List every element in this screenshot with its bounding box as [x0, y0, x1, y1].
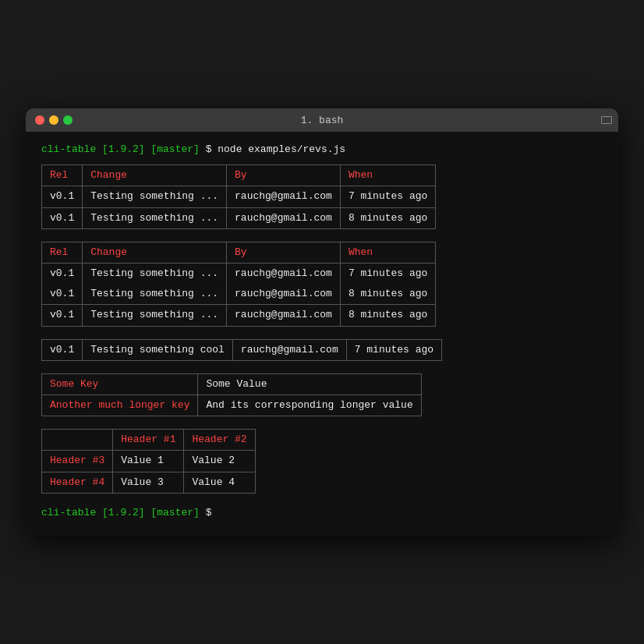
col-header-change: Change — [83, 242, 227, 263]
prompt-version: [1.9.2] — [102, 143, 150, 155]
table4-section: Some Key Some Value Another much longer … — [41, 373, 603, 416]
prompt-line-2: cli-table [1.9.2] [master] $ — [41, 506, 603, 520]
prompt-branch: [master] — [150, 143, 199, 155]
cell-change: Testing something ... — [83, 186, 227, 207]
cell-rel: v0.1 — [42, 305, 83, 326]
window-resize-button[interactable] — [601, 116, 612, 124]
table-row: Header #3 Value 1 Value 2 — [42, 451, 256, 472]
table3-section: v0.1 Testing something cool rauchg@gmail… — [41, 339, 603, 361]
cell-change: Testing something ... — [83, 207, 227, 228]
col-header-when: When — [340, 165, 435, 186]
minimize-button[interactable] — [49, 115, 58, 125]
row-header-3: Header #3 — [42, 451, 113, 472]
prompt-dollar-2: $ — [200, 507, 212, 518]
table5: Header #1 Header #2 Header #3 Value 1 Va… — [41, 429, 256, 494]
terminal-window: 1. bash cli-table [1.9.2] [master] $ nod… — [26, 108, 618, 536]
cell-rel: v0.1 — [42, 339, 83, 360]
table5-section: Header #1 Header #2 Header #3 Value 1 Va… — [41, 429, 603, 494]
key-cell: Some Key — [42, 373, 198, 395]
cell-change: Testing something ... — [83, 284, 227, 305]
col-header-rel: Rel — [42, 165, 83, 186]
table-row: Rel Change By When — [42, 165, 436, 186]
cell-when: 8 minutes ago — [340, 207, 435, 228]
cell-by: rauchg@gmail.com — [227, 305, 341, 326]
cell-change: Testing something ... — [83, 305, 227, 326]
cell-when: 8 minutes ago — [340, 305, 435, 326]
table-row: Rel Change By When — [42, 242, 436, 263]
prompt-line-1: cli-table [1.9.2] [master] $ node exampl… — [41, 143, 603, 157]
table-row: v0.1 Testing something ... rauchg@gmail.… — [42, 264, 436, 285]
table-row: Header #1 Header #2 — [42, 430, 256, 451]
cell-value2: Value 2 — [184, 451, 255, 472]
table-row: v0.1 Testing something ... rauchg@gmail.… — [42, 207, 436, 228]
col-header-change: Change — [83, 165, 227, 186]
cell-when: 7 minutes ago — [340, 186, 435, 207]
col-header-by: By — [227, 242, 341, 263]
table4: Some Key Some Value Another much longer … — [41, 373, 422, 416]
prompt-prefix: cli-table — [41, 143, 102, 155]
cell-change: Testing something ... — [83, 264, 227, 285]
table-row: v0.1 Testing something ... rauchg@gmail.… — [42, 305, 436, 326]
col-header-rel: Rel — [42, 242, 83, 263]
table-row: Some Key Some Value — [42, 373, 422, 395]
cell-rel: v0.1 — [42, 186, 83, 207]
key-cell: Another much longer key — [42, 395, 198, 416]
table1-section: Rel Change By When v0.1 Testing somethin… — [41, 165, 603, 229]
cell-value1: Value 1 — [113, 451, 184, 472]
row-header-4: Header #4 — [42, 472, 113, 493]
table3: v0.1 Testing something cool rauchg@gmail… — [41, 339, 442, 361]
table2-section: Rel Change By When v0.1 Testing somethin… — [41, 242, 603, 327]
table2: Rel Change By When v0.1 Testing somethin… — [41, 242, 436, 327]
prompt-dollar: $ node examples/revs.js — [200, 143, 345, 155]
table-row: v0.1 Testing something ... rauchg@gmail.… — [42, 284, 436, 305]
traffic-lights — [35, 115, 73, 125]
close-button[interactable] — [35, 115, 44, 125]
prompt-version-2: [1.9.2] — [102, 507, 150, 518]
col-header-1: Header #1 — [113, 430, 184, 451]
cell-rel: v0.1 — [42, 284, 83, 305]
cell-by: rauchg@gmail.com — [232, 339, 346, 360]
cell-when: 7 minutes ago — [346, 339, 441, 360]
cell-by: rauchg@gmail.com — [227, 284, 341, 305]
table-row: Header #4 Value 3 Value 4 — [42, 472, 256, 493]
cell-change: Testing something cool — [83, 339, 233, 360]
prompt-branch-2: [master] — [150, 507, 199, 518]
table-row: v0.1 Testing something ... rauchg@gmail.… — [42, 186, 436, 207]
col-header-by: By — [227, 165, 341, 186]
terminal-content: cli-table [1.9.2] [master] $ node exampl… — [26, 132, 618, 536]
table-row: Another much longer key And its correspo… — [42, 395, 422, 416]
cell-by: rauchg@gmail.com — [227, 186, 341, 207]
cell-value4: Value 4 — [184, 472, 255, 493]
table1: Rel Change By When v0.1 Testing somethin… — [41, 165, 436, 229]
table-row: v0.1 Testing something cool rauchg@gmail… — [42, 339, 442, 360]
value-cell: Some Value — [198, 373, 421, 395]
maximize-button[interactable] — [63, 115, 73, 125]
cell-when: 8 minutes ago — [340, 284, 435, 305]
titlebar: 1. bash — [26, 108, 618, 132]
cell-value3: Value 3 — [113, 472, 184, 493]
value-cell: And its corresponding longer value — [198, 395, 421, 416]
cell-empty — [42, 430, 113, 451]
col-header-2: Header #2 — [184, 430, 255, 451]
cell-by: rauchg@gmail.com — [227, 207, 341, 228]
cell-rel: v0.1 — [42, 264, 83, 285]
prompt-prefix-2: cli-table — [41, 507, 102, 518]
col-header-when: When — [340, 242, 435, 263]
cell-when: 7 minutes ago — [340, 264, 435, 285]
cell-by: rauchg@gmail.com — [227, 264, 341, 285]
cell-rel: v0.1 — [42, 207, 83, 228]
window-title: 1. bash — [301, 115, 344, 126]
